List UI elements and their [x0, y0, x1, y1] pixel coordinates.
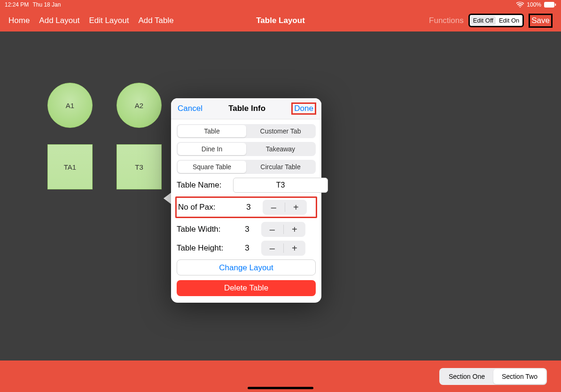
table-option[interactable]: Table — [178, 125, 246, 137]
table-a2[interactable]: A2 — [117, 83, 162, 128]
width-value: 3 — [233, 225, 261, 234]
section-segmented[interactable]: Section One Section Two — [439, 368, 547, 385]
height-row: Table Height: 3 – + — [177, 241, 316, 256]
status-date: Thu 18 Jan — [32, 1, 61, 8]
done-button[interactable]: Done — [291, 102, 316, 115]
cancel-button[interactable]: Cancel — [178, 104, 203, 113]
edit-off-option[interactable]: Edit Off — [471, 16, 496, 25]
square-table-option[interactable]: Square Table — [178, 161, 246, 173]
pax-increment[interactable]: + — [285, 200, 307, 215]
pax-value: 3 — [234, 203, 263, 212]
dine-in-option[interactable]: Dine In — [178, 143, 246, 155]
nav-add-table[interactable]: Add Table — [138, 16, 173, 25]
status-bar: 12:24 PM Thu 18 Jan 100% — [0, 0, 561, 9]
height-stepper: – + — [261, 241, 305, 256]
nav-edit-layout[interactable]: Edit Layout — [89, 16, 129, 25]
width-stepper: – + — [261, 222, 305, 237]
change-layout-button[interactable]: Change Layout — [177, 259, 316, 275]
table-shape-segmented[interactable]: Square Table Circular Table — [177, 160, 316, 174]
width-label: Table Width: — [177, 225, 233, 234]
order-type-segmented[interactable]: Table Customer Tab — [177, 124, 316, 138]
delete-table-button[interactable]: Delete Table — [177, 280, 316, 296]
table-label: A1 — [66, 102, 74, 110]
table-name-label: Table Name: — [177, 180, 233, 190]
home-indicator — [248, 387, 313, 389]
popover-pointer — [164, 193, 171, 204]
customer-tab-option[interactable]: Customer Tab — [246, 125, 315, 137]
pax-stepper: – + — [263, 200, 307, 215]
table-label: T3 — [135, 163, 143, 171]
table-ta1[interactable]: TA1 — [47, 144, 93, 189]
status-time: 12:24 PM — [5, 1, 29, 8]
svg-rect-1 — [555, 4, 556, 6]
section-one-tab[interactable]: Section One — [440, 369, 493, 384]
height-value: 3 — [233, 243, 261, 253]
popover-header: Cancel Table Info Done — [171, 98, 321, 119]
section-two-tab[interactable]: Section Two — [493, 369, 546, 384]
width-decrement[interactable]: – — [261, 222, 283, 237]
height-decrement[interactable]: – — [261, 241, 283, 256]
table-t3[interactable]: T3 — [117, 144, 162, 189]
nav-bar: Home Add Layout Edit Layout Add Table Ta… — [0, 9, 561, 31]
table-a1[interactable]: A1 — [47, 83, 93, 128]
pax-row: No of Pax: 3 – + — [175, 196, 317, 218]
popover-title: Table Info — [228, 104, 265, 113]
width-increment[interactable]: + — [284, 222, 306, 237]
table-name-row: Table Name: — [177, 178, 316, 193]
page-title: Table Layout — [256, 16, 305, 25]
table-layout-canvas[interactable]: A1 A2 TA1 T3 Cancel Table Info Done Tabl… — [0, 31, 561, 361]
edit-mode-segmented[interactable]: Edit Off Edit On — [468, 14, 524, 27]
table-info-popover: Cancel Table Info Done Table Customer Ta… — [171, 98, 321, 303]
nav-home[interactable]: Home — [8, 16, 30, 25]
pax-decrement[interactable]: – — [263, 200, 285, 215]
battery-icon — [544, 2, 556, 8]
circular-table-option[interactable]: Circular Table — [246, 161, 315, 173]
width-row: Table Width: 3 – + — [177, 222, 316, 237]
edit-on-option[interactable]: Edit On — [497, 16, 522, 25]
table-label: A2 — [135, 102, 143, 110]
battery-percentage: 100% — [527, 1, 541, 8]
wifi-icon — [516, 2, 524, 8]
height-increment[interactable]: + — [284, 241, 306, 256]
table-name-input[interactable] — [233, 178, 328, 193]
pax-label: No of Pax: — [178, 203, 234, 212]
height-label: Table Height: — [177, 243, 233, 253]
table-label: TA1 — [64, 163, 76, 171]
bottom-bar: Section One Section Two — [0, 361, 561, 392]
svg-rect-0 — [544, 2, 554, 8]
functions-button[interactable]: Functions — [429, 16, 464, 25]
service-type-segmented[interactable]: Dine In Takeaway — [177, 142, 316, 156]
takeaway-option[interactable]: Takeaway — [246, 143, 315, 155]
save-button[interactable]: Save — [529, 14, 553, 28]
nav-add-layout[interactable]: Add Layout — [39, 16, 79, 25]
